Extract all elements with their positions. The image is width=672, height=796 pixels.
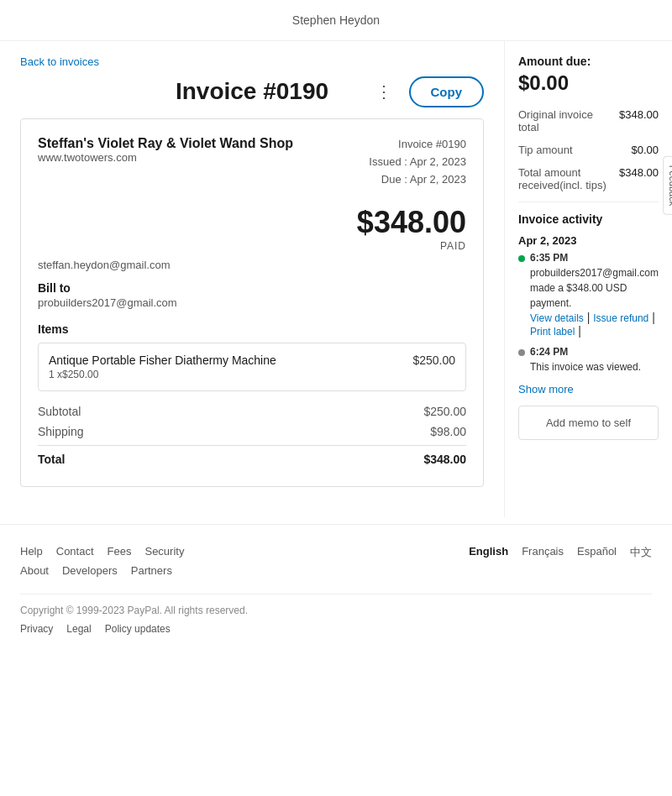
more-options-icon[interactable]: ⋮	[369, 78, 399, 105]
bill-to-email: probuilders2017@gmail.com	[38, 296, 466, 309]
activity-item-2: 6:24 PM This invoice was viewed.	[518, 346, 659, 374]
bill-to-section: Bill to probuilders2017@gmail.com	[38, 281, 466, 309]
total-received-row: Total amount received(incl. tips) $348.0…	[518, 166, 659, 191]
sidebar-details: Original invoice total $348.00 Tip amoun…	[518, 108, 659, 191]
footer-legal-link[interactable]: Legal	[66, 623, 91, 635]
activity-item-1: 6:35 PM probuilders2017@gmail.com made a…	[518, 252, 659, 338]
activity-text-2: This invoice was viewed.	[530, 359, 641, 374]
total-value: $348.00	[423, 453, 466, 466]
footer-developers[interactable]: Developers	[62, 564, 118, 577]
activity-item-1-content: 6:35 PM probuilders2017@gmail.com made a…	[530, 252, 659, 338]
shipping-label: Shipping	[38, 425, 84, 438]
shop-url: www.twotowers.com	[38, 151, 293, 164]
original-invoice-value: $348.00	[619, 108, 659, 134]
activity-item-2-content: 6:24 PM This invoice was viewed.	[530, 346, 641, 374]
footer-links-row1: Help Contact Fees Security	[20, 545, 184, 558]
item-price: $250.00	[412, 353, 455, 380]
footer: Help Contact Fees Security About Develop…	[0, 524, 672, 648]
shipping-value: $98.00	[430, 425, 466, 438]
issue-refund-link[interactable]: Issue refund	[593, 312, 648, 324]
invoice-card: Steffan's Violet Ray & Violet Wand Shop …	[20, 118, 484, 487]
sender-email: steffan.heydon@gmail.com	[38, 259, 466, 271]
invoice-amount-section: $348.00 PAID	[38, 205, 466, 252]
tip-amount-row: Tip amount $0.00	[518, 144, 659, 156]
footer-policy-updates[interactable]: Policy updates	[105, 623, 171, 635]
issued-date: Issued : Apr 2, 2023	[369, 154, 466, 171]
activity-title: Invoice activity	[518, 212, 659, 226]
total-label: Total	[38, 453, 65, 466]
footer-help[interactable]: Help	[20, 545, 43, 558]
invoice-amount: $348.00	[357, 205, 466, 240]
lang-espanol[interactable]: Español	[577, 545, 617, 560]
invoice-number-meta: Invoice #0190	[369, 136, 466, 154]
footer-partners[interactable]: Partners	[131, 564, 172, 577]
invoice-header: Invoice #0190 ⋮ Copy	[20, 78, 484, 105]
lang-francais[interactable]: Français	[522, 545, 564, 560]
view-details-link[interactable]: View details	[530, 312, 584, 324]
shop-info: Steffan's Violet Ray & Violet Wand Shop …	[38, 136, 293, 188]
feedback-tab[interactable]: Feedback	[663, 156, 672, 215]
lang-chinese[interactable]: 中文	[630, 545, 652, 560]
amount-due-value: $0.00	[518, 71, 659, 95]
total-received-value: $348.00	[619, 166, 659, 191]
paid-badge: PAID	[440, 240, 466, 252]
footer-links-row2: About Developers Partners	[20, 564, 184, 577]
activity-text-1: probuilders2017@gmail.com made a $348.00…	[530, 265, 659, 311]
item-name: Antique Portable Fisher Diathermy Machin…	[49, 353, 276, 367]
item-qty: 1 x$250.00	[49, 369, 276, 380]
totals-section: Subtotal $250.00 Shipping $98.00 Total $…	[38, 401, 466, 469]
footer-language-selector: English Français Español 中文	[469, 545, 652, 560]
footer-about[interactable]: About	[20, 564, 49, 577]
original-invoice-row: Original invoice total $348.00	[518, 108, 659, 134]
tip-amount-value: $0.00	[631, 144, 659, 156]
right-sidebar: Feedback Amount due: $0.00 Original invo…	[504, 41, 672, 517]
print-label-link[interactable]: Print label	[530, 326, 575, 338]
show-more-link[interactable]: Show more	[518, 383, 659, 395]
total-received-label: Total amount received(incl. tips)	[518, 166, 619, 191]
lang-english[interactable]: English	[469, 545, 508, 560]
header-actions: ⋮ Copy	[369, 76, 485, 107]
activity-links-1: View details | Issue refund | Print labe…	[530, 311, 659, 338]
activity-section: Invoice activity Apr 2, 2023 6:35 PM pro…	[518, 202, 659, 395]
shop-name: Steffan's Violet Ray & Violet Wand Shop	[38, 136, 293, 151]
subtotal-row: Subtotal $250.00	[38, 401, 466, 422]
top-bar: Stephen Heydon	[0, 0, 672, 41]
footer-copyright: Copyright © 1999-2023 PayPal. All rights…	[20, 594, 652, 616]
footer-security[interactable]: Security	[144, 545, 184, 558]
original-invoice-label: Original invoice total	[518, 108, 619, 134]
invoice-meta: Invoice #0190 Issued : Apr 2, 2023 Due :…	[369, 136, 466, 188]
activity-time-1: 6:35 PM	[530, 252, 659, 264]
copy-button[interactable]: Copy	[409, 76, 485, 107]
activity-date: Apr 2, 2023	[518, 234, 659, 247]
invoice-card-header: Steffan's Violet Ray & Violet Wand Shop …	[38, 136, 466, 188]
items-section: Items Antique Portable Fisher Diathermy …	[38, 322, 466, 469]
total-row: Total $348.00	[38, 445, 466, 469]
back-to-invoices-link[interactable]: Back to invoices	[20, 55, 99, 68]
amount-due-label: Amount due:	[518, 55, 659, 68]
subtotal-value: $250.00	[423, 405, 466, 418]
tip-amount-label: Tip amount	[518, 144, 631, 156]
items-label: Items	[38, 322, 466, 336]
footer-links: Help Contact Fees Security About Develop…	[20, 545, 184, 584]
item-details: Antique Portable Fisher Diathermy Machin…	[49, 353, 276, 380]
bill-to-label: Bill to	[38, 281, 466, 295]
due-date: Due : Apr 2, 2023	[369, 171, 466, 189]
footer-legal: Privacy Legal Policy updates	[20, 623, 652, 635]
user-name: Stephen Heydon	[292, 13, 380, 27]
footer-privacy[interactable]: Privacy	[20, 623, 53, 635]
footer-contact[interactable]: Contact	[56, 545, 94, 558]
add-memo-button[interactable]: Add memo to self	[518, 406, 659, 440]
activity-dot-1	[518, 255, 525, 262]
activity-time-2: 6:24 PM	[530, 346, 641, 358]
amount-due-section: Amount due: $0.00	[518, 55, 659, 95]
item-row: Antique Portable Fisher Diathermy Machin…	[38, 343, 466, 391]
subtotal-label: Subtotal	[38, 405, 81, 418]
shipping-row: Shipping $98.00	[38, 422, 466, 442]
left-content: Back to invoices Invoice #0190 ⋮ Copy St…	[0, 41, 504, 517]
activity-dot-2	[518, 349, 525, 356]
footer-fees[interactable]: Fees	[108, 545, 132, 558]
